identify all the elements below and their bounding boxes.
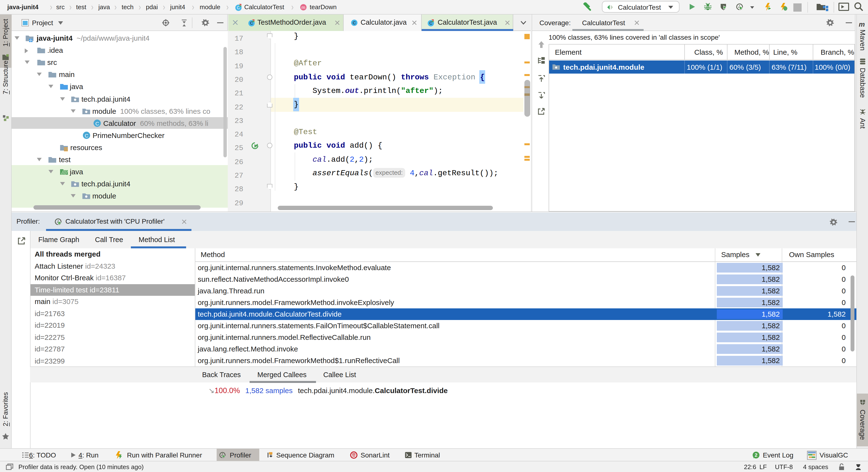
svg-text:2: 2 [754, 452, 757, 458]
svg-text:C: C [85, 133, 88, 138]
svg-text:m: m [302, 5, 305, 10]
svg-text:C: C [353, 21, 356, 25]
svg-text:C: C [95, 121, 99, 126]
